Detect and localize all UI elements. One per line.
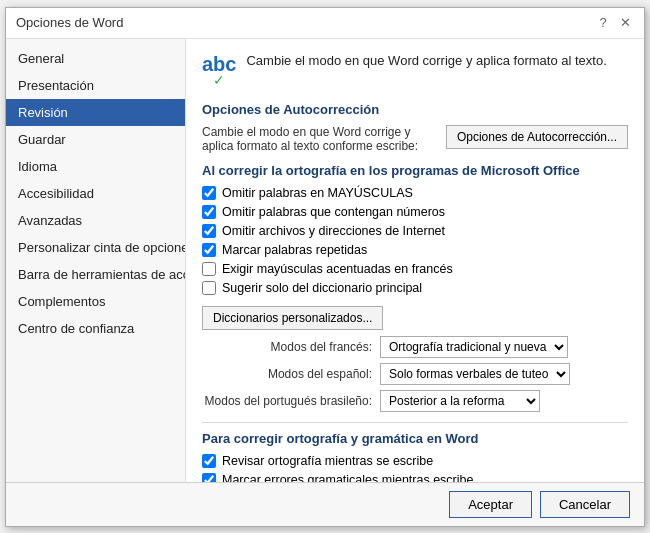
sidebar-item-barraherramientas[interactable]: Barra de herramientas de acceso rápido	[6, 261, 185, 288]
cb-internet[interactable]	[202, 224, 216, 238]
cb-frances-label: Exigir mayúsculas acentuadas en francés	[222, 262, 453, 276]
cb-diccionario-label: Sugerir solo del diccionario principal	[222, 281, 422, 295]
wcb-ortografia-label: Revisar ortografía mientras se escribe	[222, 454, 433, 468]
help-button[interactable]: ?	[594, 14, 612, 32]
sidebar-item-avanzadas[interactable]: Avanzadas	[6, 207, 185, 234]
mode-row-portugues: Modos del portugués brasileño: Posterior…	[202, 390, 628, 412]
mode-row-espanol: Modos del español: Solo formas verbales …	[202, 363, 628, 385]
cb-frances[interactable]	[202, 262, 216, 276]
options-dialog: Opciones de Word ? ✕ GeneralPresentación…	[5, 7, 645, 527]
cancel-button[interactable]: Cancelar	[540, 491, 630, 518]
sidebar-item-general[interactable]: General	[6, 45, 185, 72]
header-desc: Cambie el modo en que Word corrige y apl…	[246, 53, 606, 68]
cb-diccionario[interactable]	[202, 281, 216, 295]
divider	[202, 422, 628, 423]
checkbox-row: Omitir archivos y direcciones de Interne…	[202, 224, 628, 238]
sidebar: GeneralPresentaciónRevisiónGuardarIdioma…	[6, 39, 186, 482]
accept-button[interactable]: Aceptar	[449, 491, 532, 518]
mode-row-frances: Modos del francés: Ortografía tradiciona…	[202, 336, 628, 358]
autocorr-section-title: Opciones de Autocorrección	[202, 102, 628, 117]
cb-numeros-label: Omitir palabras que contengan números	[222, 205, 445, 219]
wcb-gramatica[interactable]	[202, 473, 216, 482]
sidebar-item-presentacion[interactable]: Presentación	[6, 72, 185, 99]
word-section-title: Para corregir ortografía y gramática en …	[202, 431, 628, 446]
mode-portugues-select[interactable]: Posterior a la reforma Anterior a la ref…	[380, 390, 540, 412]
autocorr-button[interactable]: Opciones de Autocorrección...	[446, 125, 628, 149]
checkbox-row: Marcar palabras repetidas	[202, 243, 628, 257]
abc-icon: abc ✓	[202, 53, 236, 88]
close-button[interactable]: ✕	[616, 14, 634, 32]
diccionarios-button[interactable]: Diccionarios personalizados...	[202, 306, 383, 330]
mode-frances-select[interactable]: Ortografía tradicional y nueva Solo orto…	[380, 336, 568, 358]
cb-mayusculas-label: Omitir palabras en MAYÚSCULAS	[222, 186, 413, 200]
dialog-title: Opciones de Word	[16, 15, 123, 30]
sidebar-item-centroconfianza[interactable]: Centro de confianza	[6, 315, 185, 342]
sidebar-item-accesibilidad[interactable]: Accesibilidad	[6, 180, 185, 207]
checkbox-row: Omitir palabras en MAYÚSCULAS	[202, 186, 628, 200]
checkbox-row: Omitir palabras que contengan números	[202, 205, 628, 219]
main-content: abc ✓ Cambie el modo en que Word corrige…	[186, 39, 644, 482]
title-bar: Opciones de Word ? ✕	[6, 8, 644, 39]
checkbox-row: Marcar errores gramaticales mientras esc…	[202, 473, 628, 482]
checkbox-row: Exigir mayúsculas acentuadas en francés	[202, 262, 628, 276]
sidebar-item-guardar[interactable]: Guardar	[6, 126, 185, 153]
header-section: abc ✓ Cambie el modo en que Word corrige…	[202, 53, 628, 88]
checkbox-row: Revisar ortografía mientras se escribe	[202, 454, 628, 468]
mode-frances-label: Modos del francés:	[202, 340, 372, 354]
cb-mayusculas[interactable]	[202, 186, 216, 200]
sidebar-item-complementos[interactable]: Complementos	[6, 288, 185, 315]
dialog-body: GeneralPresentaciónRevisiónGuardarIdioma…	[6, 39, 644, 482]
checkbox-row: Sugerir solo del diccionario principal	[202, 281, 628, 295]
autocorr-desc: Cambie el modo en que Word corrige y apl…	[202, 125, 436, 153]
sidebar-item-revision[interactable]: Revisión	[6, 99, 185, 126]
wcb-gramatica-label: Marcar errores gramaticales mientras esc…	[222, 473, 473, 482]
msoffice-section-title: Al corregir la ortografía en los program…	[202, 163, 628, 178]
mode-espanol-select[interactable]: Solo formas verbales de tuteo Tuteo y vo…	[380, 363, 570, 385]
sidebar-item-personalizar[interactable]: Personalizar cinta de opciones	[6, 234, 185, 261]
cb-numeros[interactable]	[202, 205, 216, 219]
footer: Aceptar Cancelar	[6, 482, 644, 526]
sidebar-item-idioma[interactable]: Idioma	[6, 153, 185, 180]
mode-portugues-label: Modos del portugués brasileño:	[202, 394, 372, 408]
title-bar-buttons: ? ✕	[594, 14, 634, 32]
autocorr-section: Cambie el modo en que Word corrige y apl…	[202, 125, 628, 153]
cb-repetidas-label: Marcar palabras repetidas	[222, 243, 367, 257]
mode-espanol-label: Modos del español:	[202, 367, 372, 381]
cb-repetidas[interactable]	[202, 243, 216, 257]
cb-internet-label: Omitir archivos y direcciones de Interne…	[222, 224, 445, 238]
wcb-ortografia[interactable]	[202, 454, 216, 468]
